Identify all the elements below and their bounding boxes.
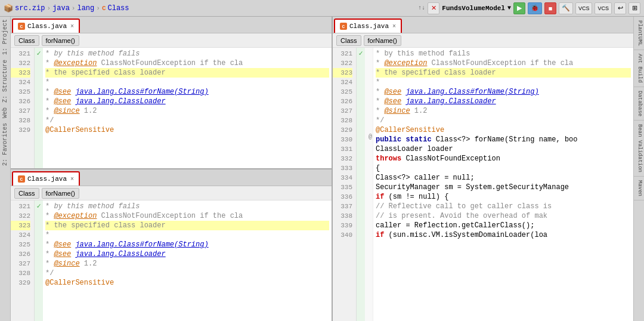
left-sidebar: 1: Project Z: Structure Web 2: Favorites bbox=[0, 17, 11, 321]
undo-button[interactable]: ↩ bbox=[614, 2, 626, 14]
bottom-left-breadcrumb: Class forName() bbox=[11, 186, 332, 200]
vcs-icon1: ↑↓ bbox=[418, 5, 425, 11]
archive-icon: 📦 bbox=[4, 4, 13, 13]
r-code-324: * bbox=[376, 78, 631, 87]
right-tab-bar: C Class.java × bbox=[333, 17, 633, 33]
main-area: 1: Project Z: Structure Web 2: Favorites… bbox=[0, 17, 644, 321]
right-forname-btn[interactable]: forName() bbox=[364, 35, 402, 46]
right-class-btn[interactable]: Class bbox=[336, 35, 361, 46]
sidebar-item-project[interactable]: 1: Project bbox=[1, 17, 10, 57]
bl-code-line-324: * bbox=[45, 230, 329, 240]
right-code-content[interactable]: * by this method fails * @exception Clas… bbox=[373, 48, 633, 321]
code-line-328: */ bbox=[45, 116, 329, 125]
java-icon-r: C bbox=[340, 23, 347, 30]
sidebar-plantuml[interactable]: PlantUML bbox=[634, 17, 644, 50]
right-editor-pane: C Class.java × Class forName() 321 322 3… bbox=[333, 17, 633, 321]
breadcrumb-src[interactable]: src.zip bbox=[15, 4, 45, 13]
r-code-323: * the specified class loader bbox=[376, 68, 631, 78]
bottom-left-tab-bar: C Class.java × bbox=[11, 169, 332, 186]
right-tab-label: Class.java bbox=[349, 23, 389, 30]
top-left-tab-label: Class.java bbox=[27, 23, 67, 30]
run-button[interactable]: ▶ bbox=[513, 2, 525, 14]
bottom-left-forname-btn[interactable]: forName() bbox=[42, 188, 80, 199]
code-line-326: * @see java.lang.ClassLoader bbox=[45, 97, 329, 106]
right-tab-close[interactable]: × bbox=[392, 23, 396, 30]
editors-split: C Class.java × Class forName() 321 bbox=[11, 17, 633, 321]
dropdown-icon[interactable]: ▼ bbox=[507, 5, 511, 11]
sidebar-ant-build[interactable]: Ant Build bbox=[634, 50, 644, 87]
build-button[interactable]: 🔨 bbox=[559, 2, 573, 14]
layout-button[interactable]: ⊞ bbox=[628, 2, 640, 14]
r-code-329: @CallerSensitive bbox=[376, 125, 631, 135]
right-code: 321 322 323 324 325 326 327 328 329 330 … bbox=[333, 48, 633, 321]
toolbar: 📦 src.zip › java › lang › C Class ↑↓ ✕ F… bbox=[0, 0, 644, 17]
bottom-left-class-btn[interactable]: Class bbox=[14, 188, 39, 199]
bottom-left-tab-label: Class.java bbox=[27, 175, 67, 183]
bottom-left-check: ✓ bbox=[35, 200, 43, 321]
check-icon: ✓ bbox=[36, 49, 41, 58]
r-code-331: ClassLoader loader bbox=[376, 144, 631, 154]
top-left-breadcrumb: Class forName() bbox=[11, 33, 332, 48]
left-editor-pane: C Class.java × Class forName() 321 bbox=[11, 17, 333, 321]
top-left-editor: C Class.java × Class forName() 321 bbox=[11, 17, 332, 169]
right-tab[interactable]: C Class.java × bbox=[334, 18, 402, 33]
right-check: ✓ bbox=[357, 48, 365, 321]
r-code-327: * @since 1.2 bbox=[376, 106, 631, 116]
bl-code-line-325: * @see java.lang.Class#forName(String) bbox=[45, 240, 329, 249]
top-left-code: 321 322 323 324 325 326 327 328 329 ✓ bbox=[11, 48, 332, 168]
r-code-332: throws ClassNotFoundException bbox=[376, 154, 631, 163]
breadcrumb-lang[interactable]: lang bbox=[77, 4, 94, 13]
sep2: › bbox=[72, 5, 76, 12]
close-model-button[interactable]: ✕ bbox=[428, 2, 439, 14]
top-left-check: ✓ bbox=[35, 48, 43, 168]
stop-button[interactable]: ■ bbox=[544, 2, 556, 14]
debug-button[interactable]: 🐞 bbox=[528, 2, 542, 14]
bl-code-line-326: * @see java.lang.ClassLoader bbox=[45, 249, 329, 259]
top-left-forname-btn[interactable]: forName() bbox=[42, 35, 80, 46]
bottom-left-tab[interactable]: C Class.java × bbox=[12, 171, 80, 186]
top-left-code-content[interactable]: * by this method fails * @exception Clas… bbox=[43, 48, 332, 168]
top-left-tab-bar: C Class.java × bbox=[11, 17, 332, 33]
code-line-324: * bbox=[45, 78, 329, 87]
sidebar-item-structure[interactable]: Z: Structure bbox=[1, 57, 10, 105]
bottom-left-tab-close[interactable]: × bbox=[70, 176, 74, 183]
model-name: FundsVolumeModel bbox=[442, 5, 505, 12]
breadcrumb-java[interactable]: java bbox=[52, 4, 70, 13]
bl-code-line-322: * @exception ClassNotFoundException if t… bbox=[45, 211, 329, 221]
sidebar-database[interactable]: Database bbox=[634, 87, 644, 121]
sidebar-bean-validation[interactable]: Bean Validation bbox=[634, 121, 644, 177]
r-code-337: // Reflective call to get caller class i… bbox=[376, 202, 631, 211]
check-icon-bl: ✓ bbox=[36, 202, 41, 211]
right-line-numbers: 321 322 323 324 325 326 327 328 329 330 … bbox=[333, 48, 357, 321]
sidebar-maven[interactable]: Maven bbox=[634, 177, 644, 200]
top-left-tab[interactable]: C Class.java × bbox=[12, 18, 80, 33]
r-code-330: public static Class<?> forName(String na… bbox=[376, 135, 631, 144]
code-line-323: * the specified class loader bbox=[45, 68, 329, 78]
breadcrumb: 📦 src.zip › java › lang › C Class bbox=[4, 4, 129, 13]
r-code-336: if (sm != null) { bbox=[376, 192, 631, 202]
bl-code-line-323: * the specified class loader bbox=[45, 221, 329, 230]
top-left-class-btn[interactable]: Class bbox=[14, 35, 39, 46]
breadcrumb-class[interactable]: Class bbox=[107, 4, 129, 13]
sidebar-item-web[interactable]: Web bbox=[1, 105, 10, 121]
right-breadcrumb: Class forName() bbox=[333, 33, 633, 48]
editor-area: C Class.java × Class forName() 321 bbox=[11, 17, 633, 321]
top-left-tab-close[interactable]: × bbox=[70, 23, 74, 30]
java-icon: C bbox=[18, 23, 25, 30]
right-sidebar: PlantUML Ant Build Database Bean Validat… bbox=[633, 17, 644, 321]
bottom-left-code-content[interactable]: * by this method fails * @exception Clas… bbox=[43, 200, 332, 321]
vcs-button2[interactable]: VCS bbox=[595, 2, 612, 14]
code-line-327: * @since 1.2 bbox=[45, 106, 329, 116]
r-code-326: * @see java.lang.ClassLoader bbox=[376, 97, 631, 106]
r-code-340: if (sun.misc.VM.isSystemDomainLoader(loa bbox=[376, 230, 631, 240]
bl-code-line-327: * @since 1.2 bbox=[45, 259, 329, 268]
code-line-321: * by this method fails bbox=[45, 49, 329, 58]
sidebar-item-favorites[interactable]: 2: Favorites bbox=[1, 121, 10, 168]
code-line-325: * @see java.lang.Class#forName(String) bbox=[45, 87, 329, 97]
r-code-325: * @see java.lang.Class#forName(String) bbox=[376, 87, 631, 97]
right-gutter: @ bbox=[365, 48, 373, 321]
sep3: › bbox=[96, 5, 100, 12]
vcs-button1[interactable]: VCS bbox=[575, 2, 593, 14]
check-icon-r: ✓ bbox=[358, 49, 363, 58]
r-code-335: SecurityManager sm = System.getSecurityM… bbox=[376, 183, 631, 192]
